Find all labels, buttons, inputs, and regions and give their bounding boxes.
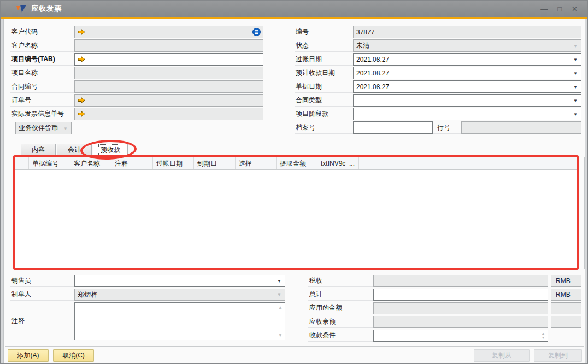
document-date-dropdown[interactable]: 2021.08.27 [353, 80, 581, 93]
project-number-label: 项目编号(TAB) [10, 53, 74, 66]
form-row-total: 总计RMB [308, 289, 583, 301]
receivable-balance-field [373, 316, 548, 328]
customer-code-label: 客户代码 [10, 26, 74, 38]
receivable-balance-label: 应收余额 [308, 316, 373, 328]
form-row-applied-amount: 应用的金额 [308, 302, 583, 314]
expected-collection-date-value: 2021.08.27 [356, 69, 389, 77]
minimize-icon[interactable]: — [540, 5, 548, 13]
total-field[interactable] [373, 289, 548, 301]
salesperson-label: 销售员 [10, 275, 74, 287]
tab-prepayment-label: 预收款 [99, 145, 122, 155]
form-row-actual-invoice-info-number: 实际发票信息单号 [10, 108, 263, 120]
window-frame-left [1, 19, 4, 364]
tab-contents-label: 内容 [32, 145, 45, 155]
tax-currency-box: RMB [551, 275, 581, 287]
document-date-value: 2021.08.27 [356, 83, 389, 91]
form-row-contract-type: 合同类型 [295, 94, 581, 107]
table-column-header-1: 单据编号 [29, 157, 70, 169]
customer-code-field[interactable] [74, 26, 263, 38]
form-row-payment-terms: 收款条件 [308, 330, 583, 342]
close-icon[interactable]: ✕ [572, 5, 578, 13]
document-date-label: 单据日期 [295, 80, 353, 93]
bp-currency-dropdown[interactable]: 业务伙伴货币 [15, 122, 72, 134]
archive-number-field[interactable] [353, 121, 433, 134]
form-row-project-name: 项目名称 [10, 67, 263, 79]
project-name-field[interactable] [74, 67, 263, 79]
contract-type-dropdown[interactable] [353, 94, 581, 107]
customer-name-label: 客户名称 [10, 39, 74, 52]
form-row-project-number: 项目编号(TAB) [10, 53, 263, 66]
choose-from-list-icon[interactable] [252, 28, 261, 36]
link-arrow-icon[interactable] [78, 111, 85, 117]
link-arrow-icon[interactable] [78, 29, 85, 35]
salesperson-dropdown[interactable] [74, 275, 285, 287]
accent-line [1, 17, 587, 19]
total-currency: RMB [556, 291, 571, 298]
line-number-field [461, 121, 581, 134]
actual-invoice-info-number-field[interactable] [74, 108, 263, 120]
customer-name-field[interactable] [74, 39, 263, 52]
project-number-field[interactable] [74, 53, 263, 66]
payment-terms-spinner[interactable] [539, 331, 547, 340]
link-arrow-icon[interactable] [78, 56, 85, 62]
table-column-header-4: 过帐日期 [153, 157, 194, 169]
order-number-field[interactable] [74, 94, 263, 107]
document-creator-label: 制单人 [10, 289, 74, 301]
form-row-salesperson: 销售员 [10, 275, 285, 287]
add-button[interactable]: 添加(A) [8, 349, 49, 362]
tab-prepayment[interactable]: 预收款 [93, 144, 128, 156]
link-arrow-icon[interactable] [78, 97, 85, 103]
expected-collection-date-label: 预计收款日期 [295, 67, 353, 79]
actual-invoice-info-number-label: 实际发票信息单号 [10, 108, 74, 120]
table-column-header-3: 注释 [111, 157, 153, 169]
form-left-column: 客户代码客户名称项目编号(TAB)项目名称合同编号订单号实际发票信息单号 [10, 26, 263, 121]
payment-terms-label: 收款条件 [308, 330, 373, 342]
form-row-expected-collection-date: 预计收款日期2021.08.27 [295, 67, 581, 79]
form-row-posting-date: 过账日期2021.08.27 [295, 53, 581, 66]
tax-currency: RMB [556, 277, 571, 285]
remarks-label: 注释 [10, 302, 74, 340]
payment-terms-field[interactable] [373, 330, 548, 342]
table-header-row: 单据编号客户名称注释过帐日期到期日选择提取金额txtINV9c_... [15, 157, 579, 170]
table-column-header-7: 提取金额 [277, 157, 317, 169]
remarks-textarea[interactable] [74, 302, 285, 340]
copy-from-button: 复制从 [474, 349, 530, 362]
tab-accounting[interactable]: 会计 [57, 144, 92, 156]
project-phase-payment-dropdown[interactable] [353, 108, 581, 120]
tax-label: 税收 [308, 275, 373, 287]
expected-collection-date-dropdown[interactable]: 2021.08.27 [353, 67, 581, 79]
posting-date-label: 过账日期 [295, 53, 353, 66]
posting-date-dropdown[interactable]: 2021.08.27 [353, 53, 581, 66]
invoice-window: 应收发票 — □ ✕ 客户代码客户名称项目编号(TAB)项目名称合同编号订单号实… [0, 0, 588, 364]
form-row-remarks: 注释 [10, 302, 285, 340]
tax-field [373, 275, 548, 287]
total-currency-box: RMB [551, 289, 581, 301]
window-controls: — □ ✕ [540, 5, 578, 13]
order-number-label: 订单号 [10, 94, 74, 107]
status-dropdown: 未清 [353, 39, 581, 52]
totals-form: 税收RMB总计RMB应用的金额应收余额收款条件 [308, 275, 583, 343]
app-logo-icon [16, 4, 27, 13]
window-title: 应收发票 [31, 4, 62, 14]
number-field[interactable]: 37877 [353, 26, 581, 38]
form-row-customer-name: 客户名称 [10, 39, 263, 52]
tab-strip: 内容会计预收款 [21, 144, 128, 156]
table-body[interactable] [15, 170, 579, 269]
maximize-icon[interactable]: □ [557, 5, 562, 13]
form-row-project-phase-payment: 项目阶段款 [295, 108, 581, 120]
cancel-button[interactable]: 取消(C) [53, 349, 94, 362]
tab-contents[interactable]: 内容 [21, 144, 56, 156]
form-right-column: 编号37877状态未清过账日期2021.08.27预计收款日期2021.08.2… [295, 26, 581, 135]
status-label: 状态 [295, 39, 353, 52]
bottom-left-form: 销售员制单人郑熠桦注释 [10, 275, 285, 342]
table-scrollbar[interactable] [580, 157, 585, 269]
copy-to-button: 复制到 [534, 349, 582, 362]
form-row-number: 编号37877 [295, 26, 581, 38]
footer-separator [5, 346, 584, 347]
contract-number-field[interactable] [74, 80, 263, 93]
applied-amount-field [373, 302, 548, 314]
form-row-archive-number: 档案号行号 [295, 121, 581, 134]
project-phase-payment-label: 项目阶段款 [295, 108, 353, 120]
table-column-header-2: 客户名称 [70, 157, 111, 169]
form-row-contract-number: 合同编号 [10, 80, 263, 93]
